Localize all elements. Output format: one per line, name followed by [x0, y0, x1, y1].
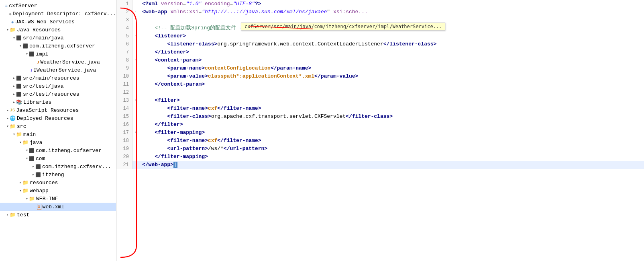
- code-line-14: 14 <filter-name>cxf</filter-name>: [116, 105, 644, 113]
- tree-item-js-resources[interactable]: ▸ JS JavaScript Resources: [0, 106, 116, 114]
- fold-indicator[interactable]: ◦: [132, 97, 139, 105]
- code-line-2: 2 ◦ <web-app xmlns:xsi="http://...://jav…: [116, 8, 644, 16]
- line-number: 15: [116, 113, 132, 121]
- tree-item-com-itzheng-cxfserver[interactable]: ▾ ⬛ com.itzheng.cxfserver: [0, 42, 116, 50]
- tree-item-src-test-resources[interactable]: ▸ ⬛ src/test/resources: [0, 90, 116, 98]
- tree-label: Deployed Resources: [17, 115, 73, 121]
- line-content: <context-param>: [139, 56, 202, 64]
- code-line-18: 18 <filter-name>cxf</filter-name>: [116, 137, 644, 145]
- code-line-5: 5 ◦ <listener>: [116, 32, 644, 40]
- line-number: 12: [116, 88, 132, 97]
- line-number: 6: [116, 40, 132, 48]
- fold-indicator[interactable]: ◦: [132, 8, 139, 16]
- code-line-16: 16 </filter>: [116, 121, 644, 129]
- code-editor-panel[interactable]: 1 <?xml version="1.0" encoding="UTF-8"?>…: [116, 0, 644, 261]
- line-number: 3: [116, 16, 132, 24]
- tree-item-cxfserver[interactable]: ☕ cxfServer: [0, 2, 116, 10]
- tree-item-src-main-java[interactable]: ▾ ⬛ src/main/java: [0, 34, 116, 42]
- tree-label: itzheng: [42, 172, 64, 178]
- line-content: <url-pattern>/ws/*</url-pattern>: [139, 145, 267, 153]
- code-line-12: 12: [116, 88, 644, 97]
- line-content: <web-app xmlns:xsi="http://...://java.su…: [139, 8, 368, 16]
- tree-label: WEB-INF: [36, 196, 58, 202]
- tree-item-test[interactable]: ▸ 📁 test: [0, 211, 116, 219]
- file-tree-panel[interactable]: ☕ cxfServer ◈ Deployment Descriptor: cxf…: [0, 0, 116, 261]
- line-content: </filter>: [139, 121, 183, 129]
- code-line-6: 6 <listener-class>org.springframework.we…: [116, 40, 644, 48]
- tree-label: web.xml: [43, 204, 65, 210]
- tree-item-src-test-java[interactable]: ▸ ⬛ src/test/java: [0, 82, 116, 90]
- fold-indicator[interactable]: ◦: [132, 129, 139, 137]
- tree-item-com2[interactable]: ▾ ⬛ com: [0, 154, 116, 162]
- code-line-20: 20 </filter-mapping>: [116, 153, 644, 161]
- code-line-1: 1 <?xml version="1.0" encoding="UTF-8"?>: [116, 0, 644, 8]
- line-content: <param-value>classpath*:applicationConte…: [139, 72, 358, 80]
- tree-label: com.itzheng.cxfserver: [36, 148, 102, 154]
- code-line-15: 15 <filter-class>org.apache.cxf.transpor…: [116, 113, 644, 121]
- code-line-19: 19 <url-pattern>/ws/*</url-pattern>: [116, 145, 644, 153]
- line-content: <filter>: [139, 97, 180, 105]
- tree-label: src: [17, 123, 26, 129]
- line-number: 14: [116, 105, 132, 113]
- line-content: </context-param>: [139, 80, 205, 88]
- line-number: 7: [116, 48, 132, 56]
- line-content: </web-app>|: [139, 161, 177, 169]
- tree-item-libraries[interactable]: ▸ 📚 Libraries: [0, 98, 116, 106]
- tree-label: com.itzheng.cxfserver: [29, 43, 95, 49]
- line-number: 10: [116, 72, 132, 80]
- tree-label: com.itzheng.cxfserv...: [42, 164, 111, 170]
- tree-item-resources[interactable]: ▸ 📁 resources: [0, 179, 116, 187]
- tree-item-com-itzheng-cxfserver2[interactable]: ▾ ⬛ com.itzheng.cxfserver: [0, 146, 116, 154]
- line-content: <listener>: [139, 32, 186, 40]
- tree-item-java2[interactable]: ▾ 📁 java: [0, 138, 116, 146]
- tree-item-deployment-desc[interactable]: ◈ Deployment Descriptor: cxfServ...: [0, 10, 116, 18]
- tree-label: JavaScript Resources: [16, 107, 79, 113]
- tree-label: JAX-WS Web Services: [15, 19, 75, 25]
- line-number: 21: [116, 161, 132, 169]
- tree-item-jaxws[interactable]: ◈ JAX-WS Web Services: [0, 18, 116, 26]
- tree-item-src[interactable]: ▾ 📁 src: [0, 122, 116, 130]
- fold-indicator[interactable]: ◦: [132, 32, 139, 40]
- code-line-9: 9 <param-name>contextConfigLocation</par…: [116, 64, 644, 72]
- tree-item-itzheng[interactable]: ▸ ⬛ itzheng: [0, 171, 116, 179]
- tree-item-iweatherservice-java[interactable]: I IWeatherService.java: [0, 66, 116, 74]
- code-line-17: 17 ◦ <filter-mapping>: [116, 129, 644, 137]
- tree-label: impl: [36, 51, 48, 57]
- line-content: </listener>: [139, 48, 189, 56]
- line-number: 1: [116, 0, 132, 8]
- tree-label: Deployment Descriptor: cxfServ...: [13, 11, 116, 17]
- file-tree: ☕ cxfServer ◈ Deployment Descriptor: cxf…: [0, 2, 116, 219]
- code-area: 1 <?xml version="1.0" encoding="UTF-8"?>…: [116, 0, 644, 261]
- line-number: 11: [116, 80, 132, 88]
- tree-item-com-itzheng-cxfserver3[interactable]: ▸ ⬛ com.itzheng.cxfserv...: [0, 162, 116, 171]
- tree-item-main[interactable]: ▾ 📁 main: [0, 130, 116, 138]
- code-line-7: 7 </listener>: [116, 48, 644, 56]
- tree-item-web-inf[interactable]: ▾ 📁 WEB-INF: [0, 195, 116, 203]
- code-line-8: 8 ◦ <context-param>: [116, 56, 644, 64]
- line-number: 13: [116, 97, 132, 105]
- tree-item-webapp[interactable]: ▾ 📁 webapp: [0, 187, 116, 195]
- tree-item-weatherservice-java[interactable]: J WeatherService.java: [0, 58, 116, 66]
- tree-label: main: [23, 132, 36, 138]
- tree-label: Java Resources: [17, 27, 61, 33]
- line-content: <filter-class>org.apache.cxf.transport.s…: [139, 113, 393, 121]
- tree-label: src/test/java: [23, 83, 63, 89]
- code-line-11: 11 </context-param>: [116, 80, 644, 88]
- tree-label: test: [17, 212, 29, 218]
- line-content: <!-- 配置加载Spring的配置文件 -->: [139, 24, 249, 32]
- line-content: <filter-name>cxf</filter-name>: [139, 105, 261, 113]
- tree-item-java-resources[interactable]: ▾ 📁 Java Resources: [0, 26, 116, 34]
- code-line-10: 10 <param-value>classpath*:applicationCo…: [116, 72, 644, 80]
- tree-item-web-xml[interactable]: x web.xml: [0, 203, 116, 211]
- tree-item-impl[interactable]: ▾ ⬛ impl: [0, 50, 116, 58]
- tree-item-deployed[interactable]: ▸ 🌐 Deployed Resources: [0, 114, 116, 122]
- tree-label: WeatherService.java: [41, 59, 100, 65]
- line-number: 9: [116, 64, 132, 72]
- line-content: </filter-mapping>: [139, 153, 208, 161]
- line-number: 4: [116, 24, 132, 32]
- tree-item-src-main-resources[interactable]: ▸ ⬛ src/main/resources: [0, 74, 116, 82]
- tree-label: webapp: [30, 188, 49, 194]
- line-number: 5: [116, 32, 132, 40]
- line-number: 16: [116, 121, 132, 129]
- fold-indicator[interactable]: ◦: [132, 56, 139, 64]
